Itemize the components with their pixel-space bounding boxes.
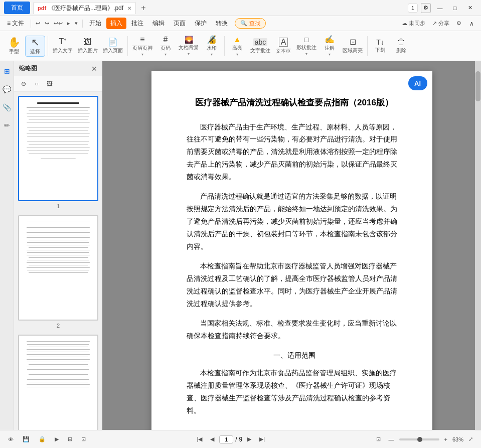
- menu-protect[interactable]: 保护: [191, 18, 211, 29]
- menu-page[interactable]: 页面: [170, 18, 190, 29]
- attachment-tab-icon[interactable]: 📎: [1, 101, 13, 113]
- home-tab[interactable]: 首页: [4, 2, 30, 14]
- page-separator: /: [235, 436, 237, 443]
- close-btn[interactable]: ✕: [463, 3, 477, 14]
- thumb-img-2: [18, 215, 98, 321]
- zoom-level: 63%: [452, 436, 463, 442]
- doc-tab[interactable]: pdf 《医疗器械产品...理局》.pdf ✕: [33, 2, 136, 14]
- fit-page-btn[interactable]: ⊡: [373, 434, 384, 444]
- tool-text-annot[interactable]: abc 文字批注: [248, 37, 272, 55]
- tool-page-num[interactable]: # 页码 ▾: [155, 35, 176, 58]
- menu-edit[interactable]: 编辑: [148, 18, 169, 29]
- thumb-num-1: 1: [57, 203, 60, 209]
- insert-page-icon: 📄: [108, 38, 118, 46]
- status-grid-btn[interactable]: ⊞: [65, 434, 75, 444]
- tool-insert-page[interactable]: 📄 插入页面: [101, 37, 125, 55]
- status-lock-btn[interactable]: 🔒: [36, 434, 49, 444]
- vertical-scrollbar[interactable]: [475, 61, 481, 430]
- markup-tab-icon[interactable]: ✏: [2, 119, 12, 131]
- redo-all-btn[interactable]: ▸: [65, 19, 72, 28]
- doc-para-3: 本检查指南旨在帮助北京市医疗器械监管人员增强对医疗器械产品清洗过程及工艺确认的了…: [187, 260, 402, 311]
- page-current-input[interactable]: [219, 435, 233, 443]
- hand-icon: ✋: [8, 37, 21, 47]
- menu-divider-2: [82, 20, 83, 28]
- first-page-btn[interactable]: |◀: [194, 434, 205, 444]
- redo-btn[interactable]: ↪: [43, 19, 51, 28]
- tool-sep-3: [224, 36, 225, 56]
- sync-btn[interactable]: ☁ 未同步: [399, 19, 428, 28]
- content-area[interactable]: Ai 医疗器械产品清洗过程确认检查要点指南（2016版） 医疗器械产品由于生产环…: [102, 61, 481, 430]
- insert-text-label: 插入文字: [53, 47, 73, 54]
- status-crop-btn[interactable]: ⊡: [78, 434, 89, 444]
- menu-file[interactable]: ≡ 文件: [3, 18, 28, 29]
- sidebar-zoom-out[interactable]: ⊖: [18, 78, 29, 89]
- tool-watermark[interactable]: 🔏 水印 ▾: [202, 35, 222, 58]
- shape-annot-arrow: ▾: [305, 52, 307, 56]
- maximize-btn[interactable]: □: [448, 3, 462, 14]
- menu-divider-1: [31, 20, 31, 28]
- tool-delete[interactable]: 🗑 删除: [391, 37, 411, 55]
- shape-annot-icon: □: [304, 36, 308, 43]
- more-undo-btn[interactable]: ▾: [73, 19, 80, 28]
- tool-doc-bg[interactable]: 🌄 文档背景 ▾: [177, 35, 201, 57]
- tool-header-footer[interactable]: ≡ 页眉页脚 ▾: [130, 35, 154, 58]
- undo-history-btn[interactable]: ↩↩: [52, 19, 65, 28]
- share-btn[interactable]: ↗ 分享: [429, 19, 452, 28]
- status-play-btn[interactable]: ▶: [52, 434, 62, 444]
- zoom-slider-thumb[interactable]: [417, 437, 422, 442]
- status-eye-btn[interactable]: 👁: [5, 435, 17, 444]
- menu-insert[interactable]: 插入: [106, 18, 126, 29]
- header-footer-label: 页眉页脚: [132, 45, 152, 52]
- comment-tab-icon[interactable]: 💬: [1, 83, 13, 95]
- tool-shape-annot[interactable]: □ 形状批注 ▾: [294, 35, 318, 57]
- thumbnail-tab-icon[interactable]: ⊞: [2, 65, 12, 77]
- settings-icon[interactable]: ⚙: [421, 3, 431, 13]
- thumbnail-page-3[interactable]: 3: [18, 335, 98, 430]
- sidebar-close-btn[interactable]: ✕: [91, 65, 97, 73]
- last-page-btn[interactable]: ▶|: [256, 434, 268, 444]
- minimize-btn[interactable]: —: [433, 3, 447, 14]
- doc-tab-label: 《医疗器械产品...理局》.pdf: [48, 4, 123, 13]
- scroll-thumb[interactable]: [475, 71, 480, 101]
- menu-start[interactable]: 开始: [85, 18, 105, 29]
- thumbnail-page-2[interactable]: 2: [18, 215, 98, 329]
- search-box[interactable]: 🔍 查找: [235, 18, 266, 29]
- thumb-img-1: [18, 96, 98, 201]
- underline-label: 下划: [375, 47, 385, 54]
- tool-textbox[interactable]: A 文本框: [273, 37, 293, 56]
- menu-convert[interactable]: 转换: [212, 18, 232, 29]
- collapse-ribbon-btn[interactable]: ∧: [465, 19, 478, 29]
- page-num-label: 页码: [161, 45, 171, 52]
- tool-insert-img[interactable]: 🖼 插入图片: [76, 37, 100, 55]
- tool-area-highlight[interactable]: ⊡ 区域高亮: [341, 37, 365, 55]
- next-page-btn[interactable]: ▶: [244, 434, 254, 444]
- tool-highlight[interactable]: ▲ 高亮 ▾: [227, 35, 247, 58]
- sync-label: 未同步: [409, 20, 425, 27]
- tool-hand[interactable]: ✋ 手型: [4, 36, 24, 56]
- status-save-btn[interactable]: 💾: [20, 434, 33, 444]
- new-tab-btn[interactable]: +: [136, 2, 150, 15]
- tool-select[interactable]: ↖ 选择: [25, 36, 45, 57]
- sidebar: ⊞ 💬 📎 ✏ 缩略图 ✕ ⊖ ○ 🖼: [0, 61, 102, 430]
- zoom-slider[interactable]: [399, 438, 439, 440]
- zoom-out-btn[interactable]: —: [386, 435, 397, 444]
- sidebar-zoom-img[interactable]: 🖼: [44, 78, 55, 89]
- area-highlight-icon: ⊡: [350, 38, 356, 46]
- tool-underline[interactable]: T↓ 下划: [370, 38, 390, 55]
- prev-page-btn[interactable]: ◀: [207, 434, 217, 444]
- fullscreen-btn[interactable]: ⤢: [465, 434, 476, 444]
- more-menu-btn[interactable]: ⚙: [453, 19, 464, 28]
- note-icon: ✍: [325, 36, 335, 44]
- tool-insert-text[interactable]: T+ 插入文字: [51, 37, 75, 55]
- thumb-num-2: 2: [57, 323, 60, 329]
- undo-btn[interactable]: ↩: [34, 19, 42, 28]
- menu-annotate[interactable]: 批注: [127, 18, 147, 29]
- ai-badge[interactable]: Ai: [408, 76, 427, 90]
- zoom-in-btn[interactable]: +: [441, 435, 450, 444]
- sidebar-zoom-circle[interactable]: ○: [31, 78, 42, 89]
- tool-note[interactable]: ✍ 注解 ▾: [319, 35, 340, 58]
- underline-icon: T↓: [376, 39, 384, 46]
- tab-close-btn[interactable]: ✕: [127, 6, 131, 11]
- insert-img-label: 插入图片: [78, 47, 98, 54]
- thumbnail-page-1[interactable]: 1: [18, 96, 98, 209]
